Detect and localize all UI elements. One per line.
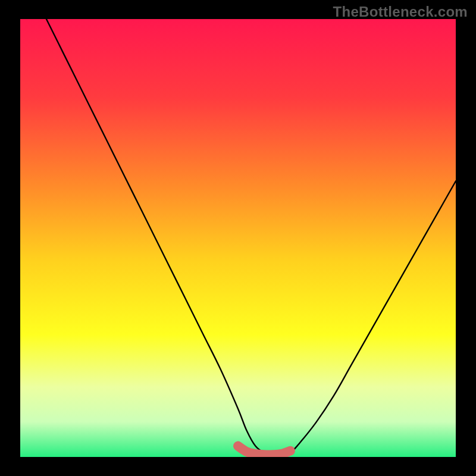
plot-area <box>20 19 456 457</box>
gradient-rect <box>20 19 456 457</box>
chart-svg <box>20 19 456 457</box>
chart-frame: TheBottleneck.com <box>0 0 476 476</box>
watermark-text: TheBottleneck.com <box>333 4 468 20</box>
